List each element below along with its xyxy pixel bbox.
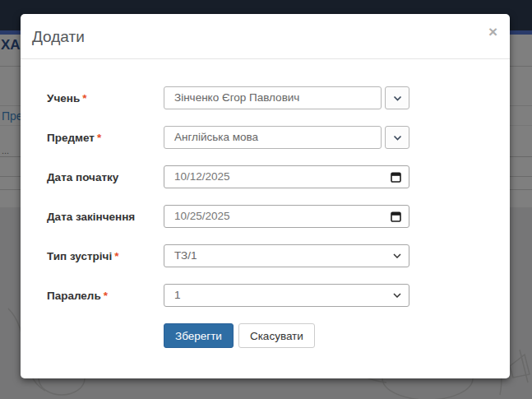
parallel-label: Паралель* xyxy=(47,290,164,302)
dialog-actions: Зберегти Скасувати xyxy=(164,323,485,348)
dialog-title: Додати xyxy=(32,28,85,46)
form-row-student: Учень* Зінченко Єгор Павлович xyxy=(47,86,485,109)
chevron-down-icon xyxy=(393,253,401,258)
calendar-icon[interactable] xyxy=(391,211,401,222)
parallel-value: 1 xyxy=(174,285,181,306)
subject-select[interactable]: Англійська мова xyxy=(164,126,409,149)
start-date-label-text: Дата початку xyxy=(47,171,118,183)
dialog-header: Додати × xyxy=(21,14,510,59)
student-select-toggle[interactable] xyxy=(385,86,409,109)
required-marker: * xyxy=(82,92,86,104)
parallel-label-text: Паралель xyxy=(47,290,101,302)
end-date-label: Дата закінчення xyxy=(47,211,164,223)
dialog-body: Учень* Зінченко Єгор Павлович Предмет* А… xyxy=(21,59,510,348)
start-date-input[interactable]: 10/12/2025 xyxy=(164,165,409,188)
meeting-type-label-text: Тип зустрічі xyxy=(47,250,112,262)
end-date-value: 10/25/2025 xyxy=(174,206,230,227)
end-date-input[interactable]: 10/25/2025 xyxy=(164,205,409,228)
subject-label: Предмет* xyxy=(47,132,164,144)
save-button[interactable]: Зберегти xyxy=(164,323,234,348)
subject-label-text: Предмет xyxy=(47,132,95,144)
start-date-value: 10/12/2025 xyxy=(174,166,230,188)
meeting-type-value: ТЗ/1 xyxy=(174,245,197,267)
student-label-text: Учень xyxy=(47,92,80,104)
start-date-label: Дата початку xyxy=(47,171,164,183)
student-label: Учень* xyxy=(47,92,164,104)
subject-select-toggle[interactable] xyxy=(385,126,409,149)
chevron-down-icon xyxy=(393,95,402,101)
close-icon[interactable]: × xyxy=(488,24,497,39)
student-select-value[interactable]: Зінченко Єгор Павлович xyxy=(164,86,382,109)
end-date-label-text: Дата закінчення xyxy=(47,211,135,223)
form-row-end-date: Дата закінчення 10/25/2025 xyxy=(47,205,485,228)
form-row-subject: Предмет* Англійська мова xyxy=(47,126,485,149)
meeting-type-label: Тип зустрічі* xyxy=(47,250,164,262)
meeting-type-select[interactable]: ТЗ/1 xyxy=(164,244,409,267)
form-row-meeting-type: Тип зустрічі* ТЗ/1 xyxy=(47,244,485,267)
required-marker: * xyxy=(104,290,108,302)
form-row-parallel: Паралель* 1 xyxy=(47,284,485,307)
chevron-down-icon xyxy=(393,293,401,298)
form-row-start-date: Дата початку 10/12/2025 xyxy=(47,165,485,188)
chevron-down-icon xyxy=(393,135,402,141)
cancel-button[interactable]: Скасувати xyxy=(238,323,315,348)
calendar-icon[interactable] xyxy=(391,171,401,183)
parallel-select[interactable]: 1 xyxy=(164,284,409,307)
required-marker: * xyxy=(97,132,101,144)
student-select[interactable]: Зінченко Єгор Павлович xyxy=(164,86,409,109)
required-marker: * xyxy=(114,250,118,262)
subject-select-value[interactable]: Англійська мова xyxy=(164,126,382,149)
add-dialog: Додати × Учень* Зінченко Єгор Павлович П… xyxy=(21,14,510,378)
